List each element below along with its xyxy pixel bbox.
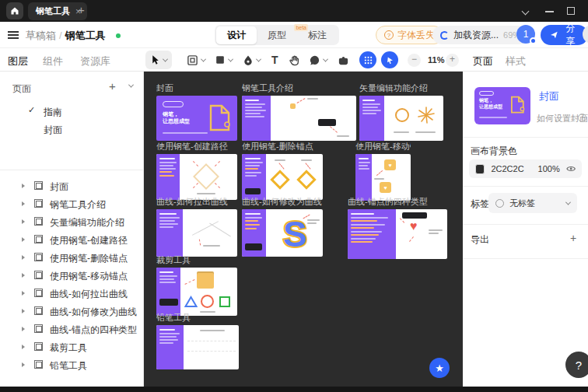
tab-prototype[interactable]: 原型 beta	[257, 26, 297, 44]
layer-row[interactable]: 钢笔工具介绍	[0, 195, 144, 213]
canvas-frame-delete-anchor[interactable]: 使用钢笔-删除锚点	[242, 141, 323, 200]
layer-row[interactable]: 使用钢笔-创建路径	[0, 231, 144, 249]
layer-row[interactable]: 曲线-如何修改为曲线	[0, 303, 144, 320]
chevron-right-icon[interactable]	[22, 345, 25, 349]
pen-tool[interactable]	[243, 51, 261, 69]
present-button[interactable]	[381, 51, 398, 68]
breadcrumb[interactable]: 草稿箱/钢笔工具	[26, 29, 106, 43]
page-item-cover[interactable]: 封面	[0, 121, 144, 138]
favorite-star-button[interactable]: ★	[429, 358, 450, 378]
cover-thumbnail[interactable]: 钢笔， 让思想成型	[474, 87, 530, 124]
artboard[interactable]	[156, 325, 239, 369]
canvas-frame-pull-curve[interactable]: 曲线-如何拉出曲线	[156, 196, 237, 257]
chevron-down-icon[interactable]	[201, 56, 206, 61]
plugin-tool[interactable]	[338, 51, 349, 69]
chevron-right-icon[interactable]	[22, 362, 25, 367]
breadcrumb-file[interactable]: 钢笔工具	[65, 30, 106, 41]
canvas-frame-crop-tool[interactable]: 裁剪工具	[156, 254, 237, 316]
canvas-frame-anchor-types[interactable]: 曲线-锚点的四种类型 ♥	[348, 196, 447, 259]
help-button[interactable]: ?	[565, 352, 588, 378]
panel-tab-layers[interactable]: 图层	[8, 54, 28, 68]
chevron-down-icon[interactable]	[323, 56, 328, 61]
frame-title[interactable]: 曲线-锚点的四种类型	[348, 196, 447, 206]
layer-row[interactable]: 使用钢笔-删除锚点	[0, 249, 144, 267]
chevron-down-icon[interactable]	[228, 56, 233, 61]
artboard[interactable]	[156, 268, 237, 316]
frame-title[interactable]: 钢笔工具介绍	[242, 82, 356, 93]
comment-tool[interactable]	[309, 51, 327, 69]
chevron-right-icon[interactable]	[22, 237, 25, 242]
layer-row[interactable]: 铅笔工具	[0, 356, 144, 374]
canvas-frame-convert-curve[interactable]: 曲线-如何修改为曲线 S	[242, 196, 323, 257]
layer-row[interactable]: 矢量编辑功能介绍	[0, 213, 144, 231]
frame-title[interactable]: 铅笔工具	[156, 312, 239, 322]
window-maximize-icon[interactable]	[567, 7, 575, 15]
frame-title[interactable]: 封面	[156, 82, 237, 93]
color-hex-value[interactable]: 2C2C2C	[491, 164, 523, 173]
canvas-frame-pen-intro[interactable]: 钢笔工具介绍	[242, 82, 356, 141]
chevron-right-icon[interactable]	[22, 273, 25, 278]
zoom-out-button[interactable]: −	[408, 54, 421, 67]
pages-collapse-icon[interactable]	[128, 82, 134, 88]
hand-tool[interactable]	[289, 51, 300, 69]
resource-library-button[interactable]	[359, 51, 376, 68]
tag-dropdown[interactable]: 无标签	[488, 193, 577, 213]
chevron-right-icon[interactable]	[22, 291, 25, 296]
canvas-frame-create-path[interactable]: 使用钢笔-创建路径	[156, 141, 237, 200]
panel-tab-assets[interactable]: 资源库	[80, 54, 110, 68]
artboard[interactable]: ♥	[348, 209, 447, 259]
tab-design[interactable]: 设计	[216, 26, 257, 44]
tab-annotate[interactable]: 标注	[297, 26, 338, 44]
new-tab-button[interactable]: +	[78, 3, 85, 16]
frame-title[interactable]: 裁剪工具	[156, 254, 237, 264]
chevron-right-icon[interactable]	[22, 184, 25, 188]
hamburger-menu-icon[interactable]	[8, 31, 19, 39]
artboard[interactable]: ♥ ♥	[355, 154, 411, 201]
page-item-guide[interactable]: ✓ 指南	[0, 103, 144, 120]
artboard[interactable]: S	[242, 209, 323, 257]
chevron-right-icon[interactable]	[22, 201, 25, 206]
layer-row[interactable]: 裁剪工具	[0, 338, 144, 356]
loading-resources-pill[interactable]: 加载资源... 69%	[432, 26, 528, 44]
frame-tool[interactable]	[187, 51, 205, 69]
shape-tool[interactable]	[215, 51, 233, 69]
frame-title[interactable]: 使用钢笔-创建路径	[156, 141, 237, 151]
chevron-down-icon[interactable]	[256, 56, 261, 61]
chevron-right-icon[interactable]	[22, 327, 25, 331]
page-label[interactable]: 封面	[44, 124, 62, 137]
opacity-value[interactable]: 100%	[538, 164, 560, 173]
artboard[interactable]	[242, 96, 356, 141]
add-export-button[interactable]: +	[570, 232, 576, 244]
artboard[interactable]	[156, 209, 237, 257]
canvas-frame-cover[interactable]: 封面 钢笔， 让思想成型	[156, 82, 237, 141]
layer-row[interactable]: 封面	[0, 177, 144, 195]
frame-title[interactable]: 使用钢笔-移动锚点	[355, 141, 411, 151]
artboard[interactable]	[156, 154, 237, 200]
info-icon[interactable]: i	[578, 114, 586, 122]
layer-label[interactable]: 矢量编辑功能介绍	[50, 216, 124, 229]
chevron-right-icon[interactable]	[22, 219, 25, 224]
layer-row[interactable]: 曲线-如何拉出曲线	[0, 285, 144, 303]
chevron-right-icon[interactable]	[22, 309, 25, 313]
cover-link[interactable]: 封面	[539, 89, 559, 103]
share-button[interactable]: 分享	[541, 25, 588, 45]
window-chevron-down-icon[interactable]	[522, 8, 530, 16]
color-swatch[interactable]	[475, 164, 485, 174]
layer-label[interactable]: 曲线-如何拉出曲线	[50, 288, 128, 301]
layer-label[interactable]: 使用钢笔-删除锚点	[50, 252, 128, 265]
frame-title[interactable]: 曲线-如何修改为曲线	[242, 196, 323, 206]
panel-tab-page[interactable]: 页面	[473, 54, 493, 68]
layer-label[interactable]: 封面	[50, 180, 68, 194]
layer-row[interactable]: 使用钢笔-移动锚点	[0, 267, 144, 285]
breadcrumb-folder[interactable]: 草稿箱	[26, 30, 56, 41]
panel-tab-components[interactable]: 组件	[43, 54, 63, 68]
eye-icon[interactable]	[566, 165, 576, 173]
chevron-down-icon[interactable]	[163, 56, 168, 61]
canvas-frame-move-anchor[interactable]: 使用钢笔-移动锚点 ♥ ♥	[355, 141, 411, 201]
layer-label[interactable]: 铅笔工具	[50, 359, 87, 373]
zoom-in-button[interactable]: +	[446, 54, 459, 67]
artboard[interactable]	[242, 154, 323, 200]
add-page-button[interactable]: +	[109, 79, 116, 93]
layer-label[interactable]: 使用钢笔-创建路径	[50, 234, 128, 247]
layer-label[interactable]: 曲线-如何修改为曲线	[50, 306, 137, 319]
